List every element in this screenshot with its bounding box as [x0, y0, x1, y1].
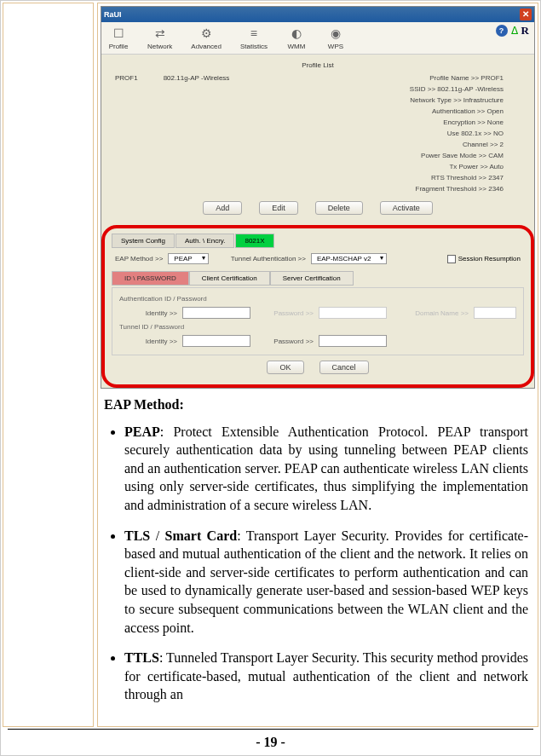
eap-method-dropdown[interactable]: PEAP	[168, 253, 208, 264]
tls-description: : Transport Layer Security. Provides for…	[124, 528, 528, 635]
wmm-icon: ◐	[286, 26, 307, 41]
profile-list-header: Profile List	[106, 58, 529, 72]
add-button[interactable]: Add	[203, 201, 242, 215]
eap-method-label: EAP Method >>	[115, 255, 163, 263]
session-resumption-checkbox[interactable]: Session Resumption	[447, 255, 521, 263]
window-title: RaUI	[104, 10, 122, 19]
profile-row[interactable]: PROF1 802.11g-AP -Wireless	[106, 72, 296, 84]
delete-button[interactable]: Delete	[315, 201, 363, 215]
profile-details: Profile Name >> PROF1 SSID >> 802.11g-AP…	[296, 72, 529, 194]
config-tabs: System Config Auth. \ Encry. 8021X	[112, 234, 524, 248]
cancel-button[interactable]: Cancel	[319, 361, 369, 374]
identity-label: Identity >>	[136, 309, 177, 317]
password-label: Password >>	[273, 338, 314, 345]
list-item: PEAP: Protect Extensible Authentication …	[124, 423, 528, 515]
tunnel-auth-dropdown[interactable]: EAP-MSCHAP v2	[311, 253, 387, 264]
tab-label: WPS	[325, 43, 346, 50]
profile-name: PROF1	[115, 74, 138, 82]
detail-line: SSID >> 802.11g-AP -Wireless	[296, 84, 529, 95]
tunnel-identity-row: Identity >> Password >>	[119, 332, 516, 349]
auth-identity-row: Identity >> Password >> Domain Name >>	[119, 304, 516, 321]
auth-domain-input[interactable]	[474, 307, 516, 319]
list-item: TTLS: Tunneled Transport Layer Security.…	[124, 649, 528, 704]
tab-network[interactable]: ⇄ Network	[147, 26, 172, 50]
ttls-description: : Tunneled Transport Layer Security. Thi…	[124, 650, 528, 701]
peap-description: : Protect Extensible Authentication Prot…	[124, 424, 528, 512]
toolbar-right: ? ⵠ R	[496, 24, 529, 38]
tunnel-identity-input[interactable]	[182, 335, 250, 347]
profile-buttons: Add Edit Delete Activate	[106, 194, 529, 218]
tab-system-config[interactable]: System Config	[112, 234, 175, 248]
raui-window: RaUI ✕ ☐ Profile ⇄ Network ⚙ Advanced	[101, 6, 535, 389]
tab-wps[interactable]: ◉ WPS	[325, 26, 346, 50]
document-text: EAP Method: PEAP: Protect Extensible Aut…	[101, 389, 535, 716]
section-heading: EAP Method:	[104, 395, 528, 414]
edit-button[interactable]: Edit	[259, 201, 298, 215]
activate-button[interactable]: Activate	[380, 201, 433, 215]
tab-profile[interactable]: ☐ Profile	[108, 26, 129, 50]
tab-auth-encry[interactable]: Auth. \ Encry.	[176, 234, 234, 248]
detail-line: Network Type >> Infrastructure	[296, 95, 529, 106]
term-tls: TLS	[124, 528, 150, 543]
domain-label: Domain Name >>	[409, 309, 469, 317]
list-item: TLS / Smart Card: Transport Layer Securi…	[124, 527, 528, 638]
tab-label: WMM	[286, 43, 307, 50]
tab-label: Profile	[108, 43, 129, 50]
eap-row: EAP Method >> PEAP Tunnel Authentication…	[112, 248, 524, 269]
tab-client-cert[interactable]: Client Certification	[189, 271, 270, 286]
detail-line: Profile Name >> PROF1	[296, 72, 529, 84]
ok-button[interactable]: OK	[267, 361, 303, 374]
tab-id-password[interactable]: ID \ PASSWORD	[112, 271, 189, 286]
document-page: RaUI ✕ ☐ Profile ⇄ Network ⚙ Advanced	[0, 0, 541, 756]
detail-line: Encryption >> None	[296, 117, 529, 128]
tab-label: Statistics	[240, 43, 268, 50]
right-column: RaUI ✕ ☐ Profile ⇄ Network ⚙ Advanced	[97, 3, 538, 727]
credentials-box: Authentication ID / Password Identity >>…	[112, 287, 524, 355]
detail-line: Fragment Threshold >> 2346	[296, 183, 529, 194]
checkbox-icon	[447, 255, 456, 263]
tab-statistics[interactable]: ≡ Statistics	[240, 26, 268, 50]
dialog-buttons: OK Cancel	[112, 355, 524, 376]
detail-line: Channel >> 2	[296, 139, 529, 150]
profile-ssid: 802.11g-AP -Wireless	[164, 74, 230, 82]
detail-line: RTS Threshold >> 2347	[296, 172, 529, 183]
detail-line: Authentication >> Open	[296, 106, 529, 117]
wps-icon: ◉	[325, 26, 346, 41]
tab-8021x[interactable]: 8021X	[235, 234, 273, 248]
tab-label: Advanced	[191, 43, 222, 50]
left-column	[3, 3, 94, 727]
tunnel-password-input[interactable]	[319, 335, 387, 347]
detail-line: Power Save Mode >> CAM	[296, 150, 529, 161]
tab-advanced[interactable]: ⚙ Advanced	[191, 26, 222, 50]
tunnel-id-pw-label: Tunnel ID / Password	[119, 323, 516, 331]
term-smart-card: Smart Card	[165, 528, 238, 543]
window-titlebar: RaUI ✕	[101, 7, 534, 22]
checkbox-label: Session Resumption	[458, 255, 521, 263]
identity-label: Identity >>	[136, 338, 177, 345]
detail-line: Use 802.1x >> NO	[296, 128, 529, 139]
main-toolbar: ☐ Profile ⇄ Network ⚙ Advanced ≡ Statist…	[101, 22, 534, 55]
detail-line: Tx Power >> Auto	[296, 161, 529, 172]
password-label: Password >>	[273, 309, 314, 317]
profile-list: PROF1 802.11g-AP -Wireless	[106, 72, 296, 194]
tab-label: Network	[147, 43, 172, 50]
auth-identity-input[interactable]	[182, 307, 250, 319]
tab-wmm[interactable]: ◐ WMM	[286, 26, 307, 50]
profile-area: Profile List PROF1 802.11g-AP -Wireless …	[101, 55, 534, 222]
statistics-icon: ≡	[244, 26, 264, 41]
method-list: PEAP: Protect Extensible Authentication …	[104, 423, 528, 704]
term-peap: PEAP	[124, 424, 160, 439]
content-row: RaUI ✕ ☐ Profile ⇄ Network ⚙ Advanced	[1, 1, 540, 729]
close-icon[interactable]: ✕	[520, 9, 532, 20]
brand-logo: R	[521, 24, 529, 38]
auth-tabs: ID \ PASSWORD Client Certification Serve…	[112, 271, 524, 286]
tunnel-auth-label: Tunnel Authentication >>	[231, 255, 306, 263]
auth-id-pw-label: Authentication ID / Password	[119, 295, 516, 303]
tab-server-cert[interactable]: Server Certification	[270, 271, 354, 286]
term-ttls: TTLS	[124, 650, 159, 665]
help-icon[interactable]: ?	[496, 25, 508, 37]
signal-icon: ⵠ	[511, 25, 518, 37]
network-icon: ⇄	[150, 26, 170, 41]
auth-password-input[interactable]	[319, 307, 387, 319]
page-number: - 19 -	[8, 729, 533, 755]
